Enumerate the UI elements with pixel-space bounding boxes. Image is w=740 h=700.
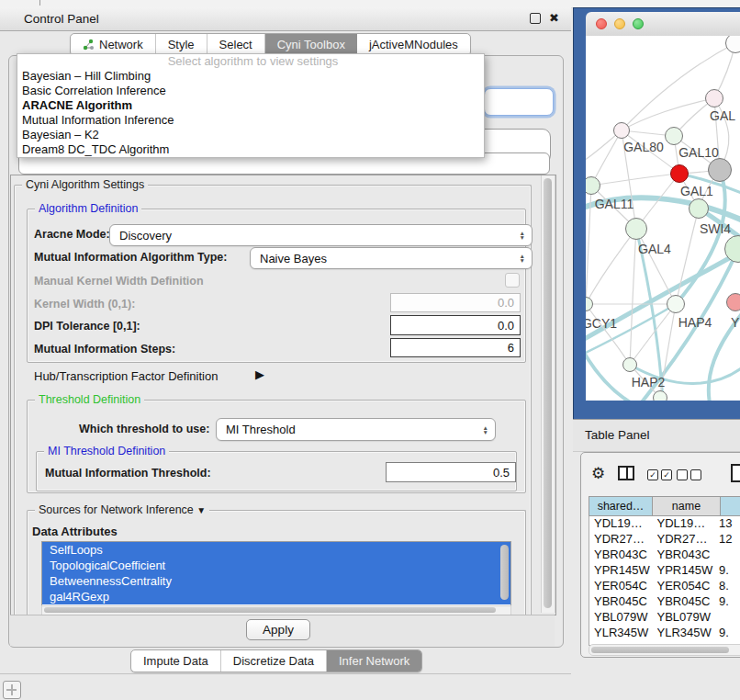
- column-header-shared-name[interactable]: shared…: [589, 496, 653, 516]
- network-node-gal1[interactable]: [708, 158, 732, 182]
- table-row[interactable]: YER054C YER054C 8.: [589, 579, 740, 594]
- tab-jactivemnodules[interactable]: jActiveMNodules: [357, 34, 470, 55]
- tab-label: jActiveMNodules: [369, 38, 458, 51]
- settings-vertical-scroll-track[interactable]: [541, 175, 555, 613]
- network-node-gal80[interactable]: [613, 122, 630, 139]
- network-window-titlebar[interactable]: [586, 12, 740, 37]
- select-all-checks-icon[interactable]: ✓✓: [647, 469, 672, 480]
- combo-stepper-icon[interactable]: ▲▼: [513, 254, 532, 263]
- table-panel-titlebar[interactable]: Table Panel: [573, 419, 740, 452]
- gear-icon[interactable]: ⚙: [591, 464, 605, 483]
- node-label: Y: [731, 315, 739, 330]
- control-panel-titlebar[interactable]: Control Panel ✖: [0, 7, 571, 31]
- table-toolbar: ⚙ ✓✓: [581, 453, 740, 496]
- float-window-icon[interactable]: [530, 13, 541, 24]
- table-row[interactable]: YBR045C YBR045C 9.: [589, 594, 740, 610]
- list-item[interactable]: BetweennessCentrality: [42, 573, 510, 589]
- tab-impute-data[interactable]: Impute Data: [131, 650, 221, 672]
- popup-item-aracne[interactable]: ARACNE Algorithm: [17, 98, 484, 113]
- dpi-tolerance-field[interactable]: [390, 315, 521, 335]
- bottom-tabbar: Impute Data Discretize Data Infer Networ…: [130, 649, 422, 672]
- combo-stepper-icon[interactable]: ▲▼: [513, 231, 532, 240]
- tab-label: Infer Network: [339, 654, 409, 668]
- table-row[interactable]: YBL079W YBL079W: [589, 610, 740, 626]
- network-node-hap4[interactable]: [667, 295, 685, 313]
- network-node-gal4[interactable]: [625, 218, 647, 240]
- cell-shared-name: YDR27…: [589, 532, 657, 548]
- popup-item-bayesian-k2[interactable]: Bayesian – K2: [17, 128, 484, 142]
- collapse-arrow-icon[interactable]: ▼: [196, 505, 206, 515]
- cell-shared-name: YBR043C: [589, 548, 657, 563]
- popup-item-mutual-information[interactable]: Mutual Information Inference: [17, 113, 484, 128]
- settings-scrollpane: Cyni Algorithm Settings Algorithm Defini…: [10, 175, 556, 615]
- network-canvas[interactable]: GAL GAL80 GAL10 GAL1 GAL11 SWI4 GAL4 GCY…: [586, 36, 740, 401]
- cell-value: 8.: [719, 579, 740, 594]
- table-row[interactable]: YDL19… YDL19… 13: [589, 516, 740, 532]
- combo-stepper-icon[interactable]: ▲▼: [477, 425, 495, 435]
- tab-label: Style: [168, 38, 195, 51]
- tab-cyni-toolbox[interactable]: Cyni Toolbox: [265, 34, 357, 55]
- table-row[interactable]: YLR345W YLR345W 9.: [589, 626, 740, 641]
- group-title: MI Threshold Definition: [44, 445, 169, 457]
- cell-name: YDL19…: [657, 516, 720, 532]
- close-icon[interactable]: ✖: [549, 11, 559, 25]
- list-item[interactable]: gal4RGexp: [42, 589, 510, 604]
- popup-item-basic-correlation[interactable]: Basic Correlation Inference: [17, 84, 484, 98]
- mi-steps-field[interactable]: [390, 338, 521, 357]
- tab-network[interactable]: Network: [71, 34, 156, 55]
- node-label-gal11: GAL11: [595, 197, 634, 211]
- network-node-gal10[interactable]: [665, 127, 683, 145]
- combo-value: Naive Bayes: [260, 252, 327, 265]
- mi-algorithm-type-combo[interactable]: Naive Bayes ▲▼: [250, 247, 533, 269]
- mi-threshold-field[interactable]: [386, 462, 516, 482]
- tab-style[interactable]: Style: [156, 34, 207, 55]
- which-threshold-combo[interactable]: MI Threshold ▲▼: [216, 418, 496, 441]
- network-node-selected[interactable]: [670, 164, 689, 183]
- table-horizontal-scroll-track[interactable]: [589, 644, 740, 656]
- tab-select[interactable]: Select: [207, 34, 265, 55]
- clear-checks-icon[interactable]: [677, 469, 701, 480]
- node-label: GAL: [710, 108, 735, 123]
- table-row[interactable]: YPR145W YPR145W 9.: [589, 563, 740, 579]
- network-node-hap2[interactable]: [622, 357, 637, 372]
- window-close-button[interactable]: [596, 18, 607, 29]
- list-horizontal-scrollbar[interactable]: [44, 607, 496, 613]
- network-node[interactable]: [689, 198, 709, 219]
- tab-discretize-data[interactable]: Discretize Data: [221, 650, 327, 672]
- settings-vertical-scrollbar[interactable]: [544, 178, 552, 608]
- table-row[interactable]: YBR043C YBR043C: [589, 548, 740, 563]
- manual-kernel-checkbox[interactable]: [505, 273, 520, 288]
- panel-title: Table Panel: [585, 428, 650, 442]
- data-attributes-label: Data Attributes: [32, 525, 118, 538]
- columns-icon[interactable]: [618, 466, 634, 480]
- kernel-width-field[interactable]: [390, 293, 521, 312]
- network-node[interactable]: [705, 89, 723, 107]
- list-item[interactable]: TopologicalCoefficient: [42, 558, 510, 573]
- table-row[interactable]: YDR27… YDR27… 12: [589, 532, 740, 548]
- network-node[interactable]: [726, 293, 740, 311]
- network-node[interactable]: [653, 390, 667, 401]
- manual-kernel-label: Manual Kernel Width Definition: [34, 275, 204, 288]
- popup-item-bayesian-hill-climbing[interactable]: Bayesian – Hill Climbing: [17, 69, 484, 84]
- algorithm-select-popup: Select algorithm to view settings Bayesi…: [17, 53, 485, 158]
- group-title: Algorithm Definition: [35, 202, 141, 215]
- inference-algorithm-combo-fragment[interactable]: [484, 88, 554, 116]
- node-label-hap2: HAP2: [632, 375, 666, 390]
- popup-item-dream8[interactable]: Dream8 DC_TDC Algorithm: [17, 142, 484, 157]
- aracne-mode-combo[interactable]: Discovery ▲▼: [109, 224, 533, 246]
- table-horizontal-scrollbar[interactable]: [591, 647, 729, 653]
- list-item[interactable]: SelfLoops: [42, 542, 510, 558]
- table-body: YDL19… YDL19… 13 YDR27… YDR27… 12 YBR043…: [589, 516, 740, 646]
- tab-infer-network[interactable]: Infer Network: [327, 650, 421, 672]
- apply-button[interactable]: Apply: [246, 619, 310, 640]
- cell-value: 12: [719, 532, 740, 548]
- window-minimize-button[interactable]: [614, 18, 625, 29]
- column-header-name[interactable]: name: [652, 496, 721, 516]
- data-attributes-list[interactable]: SelfLoops TopologicalCoefficient Between…: [41, 541, 511, 606]
- window-zoom-button[interactable]: [633, 18, 644, 29]
- grid-corner-icon[interactable]: [3, 681, 21, 699]
- new-table-icon[interactable]: [731, 464, 740, 482]
- list-vertical-scrollbar[interactable]: [500, 545, 509, 600]
- expand-arrow-icon[interactable]: ▶: [255, 367, 264, 381]
- column-header-partial[interactable]: [720, 496, 740, 516]
